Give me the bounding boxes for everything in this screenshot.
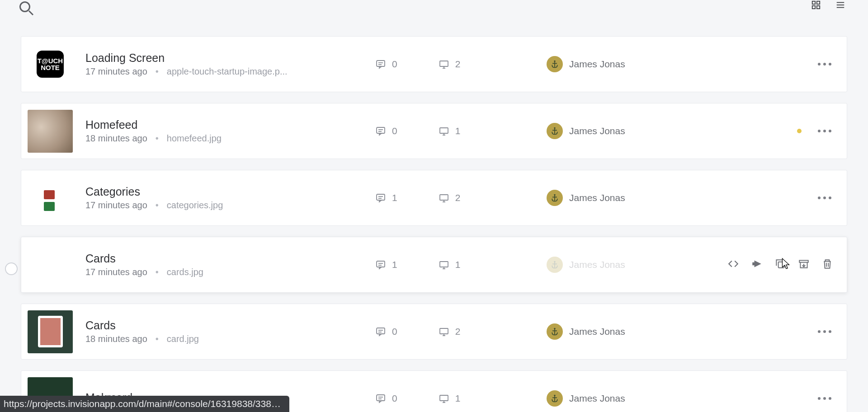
owner: James Jonas [492, 56, 797, 72]
screen-title[interactable]: Cards [85, 252, 375, 265]
svg-rect-12 [440, 61, 448, 66]
owner-name: James Jonas [569, 259, 625, 270]
owner: James Jonas [492, 257, 727, 273]
embed-icon[interactable] [727, 258, 739, 272]
comment-count[interactable]: 0 [375, 59, 397, 70]
svg-point-33 [554, 194, 555, 196]
time-ago: 17 minutes ago [85, 200, 147, 211]
screen-row[interactable]: T@UCHNOTE Loading Screen 17 minutes ago … [21, 36, 847, 92]
screen-meta: 17 minutes ago •categories.jpg [85, 200, 375, 211]
thumbnail [28, 110, 73, 153]
comment-count[interactable]: 1 [375, 259, 397, 270]
screen-meta: 17 minutes ago •apple-touch-startup-imag… [85, 66, 375, 77]
avatar [547, 56, 563, 72]
svg-point-65 [554, 395, 555, 396]
svg-rect-3 [817, 1, 820, 4]
avatar [547, 257, 563, 273]
screen-title[interactable]: Homefeed [85, 118, 375, 131]
avatar [547, 390, 563, 407]
search-icon[interactable] [18, 10, 34, 18]
grid-view-icon[interactable] [811, 0, 821, 12]
owner-name: James Jonas [569, 59, 625, 70]
screen-title[interactable]: Cards [85, 319, 375, 332]
select-checkbox[interactable] [10, 262, 15, 267]
comment-count[interactable]: 1 [375, 192, 397, 203]
svg-rect-67 [552, 398, 557, 398]
more-menu-button[interactable] [816, 128, 833, 134]
screen-row[interactable]: Homefeed 18 minutes ago •homefeed.jpg 0 … [21, 103, 847, 159]
svg-rect-39 [440, 262, 448, 267]
svg-rect-58 [552, 331, 557, 332]
browser-status-url: https://projects.invisionapp.com/d/main#… [0, 396, 289, 412]
screen-count[interactable]: 1 [438, 259, 461, 270]
svg-rect-62 [440, 395, 448, 401]
svg-rect-35 [552, 197, 557, 198]
more-menu-button[interactable] [816, 395, 833, 402]
screen-title[interactable]: Loading Screen [85, 52, 375, 65]
archive-icon[interactable] [798, 258, 810, 272]
owner: James Jonas [492, 323, 797, 340]
svg-rect-26 [552, 130, 557, 131]
status-dot-icon [797, 129, 802, 133]
svg-rect-9 [377, 61, 385, 66]
svg-point-24 [554, 127, 555, 129]
svg-rect-36 [377, 261, 385, 267]
svg-rect-25 [554, 129, 555, 134]
comment-count[interactable]: 0 [375, 393, 397, 404]
file-name: apple-touch-startup-image.p... [167, 66, 288, 77]
owner-name: James Jonas [569, 326, 625, 337]
svg-point-15 [554, 61, 555, 62]
owner-name: James Jonas [569, 126, 625, 136]
time-ago: 18 minutes ago [85, 133, 147, 144]
owner-name: James Jonas [569, 192, 625, 203]
delete-icon[interactable] [821, 258, 833, 272]
svg-rect-30 [440, 195, 448, 200]
svg-rect-34 [554, 196, 555, 201]
menu-icon[interactable] [835, 0, 845, 12]
screen-title[interactable]: Categories [85, 185, 375, 198]
thumbnail [28, 243, 73, 286]
screen-count[interactable]: 1 [438, 393, 461, 404]
time-ago: 18 minutes ago [85, 334, 147, 344]
comment-count[interactable]: 0 [375, 126, 397, 136]
screen-meta: 18 minutes ago •card.jpg [85, 334, 375, 344]
file-name: cards.jpg [167, 267, 203, 277]
svg-rect-46 [799, 260, 808, 262]
svg-rect-43 [554, 262, 555, 268]
share-icon[interactable] [751, 258, 763, 272]
thumbnail-logo: T@UCHNOTE [37, 51, 64, 78]
screen-count[interactable]: 2 [438, 192, 461, 203]
copy-icon[interactable] [774, 258, 786, 272]
svg-rect-45 [778, 262, 784, 268]
screen-count[interactable]: 2 [438, 326, 461, 337]
screen-count[interactable]: 1 [438, 126, 461, 136]
screen-row[interactable]: Cards 17 minutes ago •cards.jpg 1 1 Jame… [21, 237, 847, 293]
screen-row[interactable]: Cards 18 minutes ago •card.jpg 0 2 James… [21, 304, 847, 360]
svg-point-56 [554, 328, 555, 329]
svg-rect-18 [377, 127, 385, 133]
svg-rect-66 [554, 396, 555, 402]
owner: James Jonas [492, 190, 797, 206]
more-menu-button[interactable] [816, 61, 833, 67]
svg-rect-21 [440, 128, 448, 133]
svg-rect-59 [377, 395, 385, 401]
file-name: categories.jpg [167, 200, 223, 211]
screen-row[interactable]: Categories 17 minutes ago •categories.jp… [21, 170, 847, 226]
svg-rect-44 [552, 264, 557, 265]
more-menu-button[interactable] [816, 195, 833, 201]
svg-rect-53 [440, 328, 448, 334]
file-name: card.jpg [167, 334, 199, 344]
screen-count[interactable]: 2 [438, 59, 461, 70]
svg-point-0 [20, 2, 30, 12]
screen-meta: 18 minutes ago •homefeed.jpg [85, 133, 375, 144]
avatar [547, 190, 563, 206]
avatar [547, 323, 563, 340]
screen-meta: 17 minutes ago •cards.jpg [85, 267, 375, 277]
more-menu-button[interactable] [816, 328, 833, 335]
owner: James Jonas [492, 123, 797, 139]
owner: James Jonas [492, 390, 797, 407]
svg-rect-17 [552, 63, 557, 64]
svg-rect-4 [812, 6, 815, 9]
comment-count[interactable]: 0 [375, 326, 397, 337]
svg-line-1 [29, 11, 33, 15]
